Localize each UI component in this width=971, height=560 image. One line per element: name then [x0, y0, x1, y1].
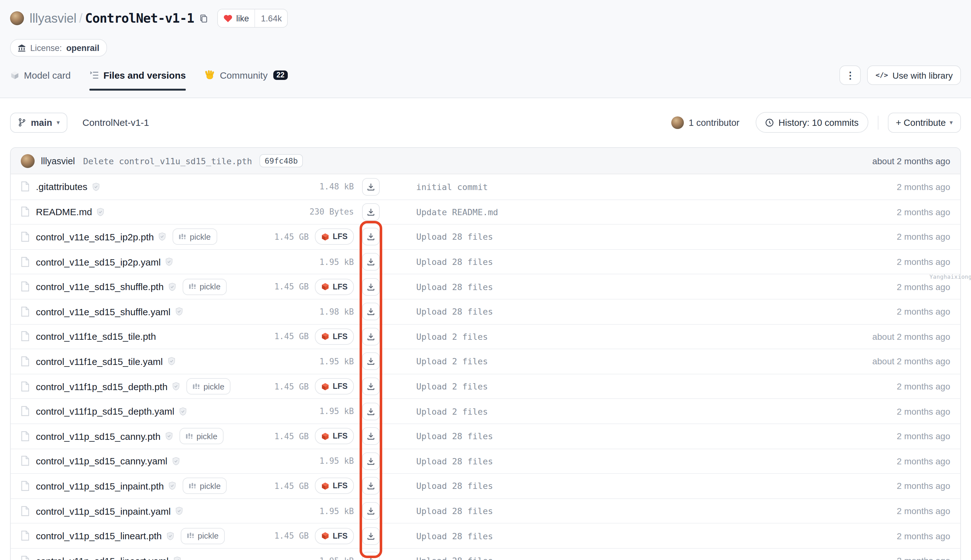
download-button[interactable]	[362, 552, 380, 560]
commit-message-link[interactable]: Upload 2 files	[416, 406, 488, 416]
watermark: Yanghaixiong.com	[929, 274, 971, 280]
download-button[interactable]	[362, 203, 380, 221]
tab-community[interactable]: Community 22	[205, 60, 287, 90]
file-name-link[interactable]: control_v11e_sd15_shuffle.pth	[36, 281, 164, 292]
like-count[interactable]: 1.64k	[255, 10, 287, 27]
commit-message-link[interactable]: Upload 28 files	[416, 232, 493, 242]
shield-check-icon[interactable]	[175, 307, 183, 316]
file-name-link[interactable]: control_v11p_sd15_lineart.pth	[36, 530, 162, 541]
download-button[interactable]	[362, 353, 380, 370]
commit-message-link[interactable]: Update README.md	[416, 207, 498, 217]
download-button[interactable]	[362, 427, 380, 445]
file-name-link[interactable]: control_v11e_sd15_shuffle.yaml	[36, 307, 170, 317]
download-button[interactable]	[362, 452, 380, 470]
file-name-link[interactable]: control_v11p_sd15_canny.pth	[36, 431, 160, 442]
shield-check-icon[interactable]	[159, 232, 167, 241]
file-name-link[interactable]: control_v11e_sd15_ip2p.yaml	[36, 257, 160, 267]
download-button[interactable]	[362, 328, 380, 345]
file-name-link[interactable]: control_v11p_sd15_lineart.yaml	[36, 555, 169, 560]
commit-message-link[interactable]: Upload 28 files	[416, 456, 493, 466]
file-name-link[interactable]: control_v11p_sd15_inpaint.yaml	[36, 505, 170, 516]
shield-check-icon[interactable]	[172, 382, 180, 391]
file-name-link[interactable]: control_v11f1p_sd15_depth.pth	[36, 381, 167, 392]
tab-files-and-versions[interactable]: Files and versions	[89, 60, 186, 90]
copy-repo-name-icon[interactable]	[199, 13, 209, 23]
commit-message-link[interactable]: Upload 28 files	[416, 282, 493, 292]
download-button[interactable]	[362, 502, 380, 520]
file-name-link[interactable]: control_v11f1p_sd15_depth.yaml	[36, 406, 174, 417]
lfs-cube-icon	[321, 532, 330, 540]
download-button[interactable]	[362, 527, 380, 545]
download-button[interactable]	[362, 378, 380, 395]
download-button[interactable]	[362, 477, 380, 495]
download-button[interactable]	[362, 228, 380, 246]
file-row: control_v11f1e_sd15_tile.pth1.45 GBLFSUp…	[11, 324, 960, 348]
pickle-badge[interactable]: pickle	[182, 278, 227, 295]
file-name-link[interactable]: .gitattributes	[36, 182, 87, 192]
shield-check-icon[interactable]	[165, 432, 173, 440]
shield-check-icon[interactable]	[165, 257, 173, 266]
shield-check-icon[interactable]	[92, 182, 100, 191]
download-button[interactable]	[362, 278, 380, 295]
contribute-button[interactable]: + Contribute ▾	[887, 112, 961, 132]
pickle-badge[interactable]: pickle	[181, 528, 225, 544]
commit-message-link[interactable]: Upload 28 files	[416, 556, 493, 560]
tab-model-card[interactable]: Model card	[10, 60, 70, 90]
cube-icon	[10, 70, 20, 80]
file-name-link[interactable]: control_v11e_sd15_ip2p.pth	[36, 232, 154, 242]
license-badge[interactable]: License: openrail	[10, 39, 107, 57]
download-icon	[366, 556, 375, 560]
shield-check-icon[interactable]	[167, 357, 175, 366]
download-button[interactable]	[362, 402, 380, 420]
file-name-link[interactable]: control_v11f1e_sd15_tile.yaml	[36, 356, 163, 367]
branch-selector[interactable]: main ▾	[10, 112, 67, 132]
file-name-link[interactable]: control_v11p_sd15_inpaint.pth	[36, 481, 164, 492]
download-button[interactable]	[362, 303, 380, 321]
shield-check-icon[interactable]	[179, 407, 187, 416]
file-name-link[interactable]: control_v11f1e_sd15_tile.pth	[36, 331, 156, 342]
pickle-badge[interactable]: pickle	[173, 229, 217, 245]
commit-message-link[interactable]: Upload 2 files	[416, 332, 488, 342]
shield-check-icon[interactable]	[175, 507, 183, 515]
shield-check-icon[interactable]	[168, 282, 176, 291]
commit-message-link[interactable]: Upload 28 files	[416, 307, 493, 317]
heart-icon	[224, 14, 232, 22]
pickle-badge[interactable]: pickle	[182, 478, 227, 494]
commit-message[interactable]: Delete control_v11u_sd15_tile.pth	[83, 156, 252, 166]
breadcrumb[interactable]: ControlNet-v1-1	[82, 117, 149, 128]
like-button[interactable]: like	[218, 10, 255, 27]
file-name-link[interactable]: README.md	[36, 207, 92, 217]
use-with-library-button[interactable]: </> Use with library	[867, 65, 961, 85]
contributors[interactable]: 1 contributor	[671, 116, 739, 129]
pickle-label: pickle	[190, 232, 211, 242]
commit-message-link[interactable]: initial commit	[416, 182, 488, 192]
owner-avatar[interactable]	[10, 11, 24, 25]
shield-check-icon[interactable]	[168, 482, 176, 490]
file-name-link[interactable]: control_v11p_sd15_canny.yaml	[36, 456, 167, 467]
commit-message-link[interactable]: Upload 2 files	[416, 357, 488, 367]
download-button[interactable]	[362, 253, 380, 270]
download-button[interactable]	[362, 178, 380, 196]
shield-check-icon[interactable]	[172, 457, 180, 466]
file-icon	[21, 207, 30, 217]
commit-message-link[interactable]: Upload 28 files	[416, 431, 493, 441]
pickle-badge[interactable]: pickle	[179, 428, 224, 444]
commit-message-link[interactable]: Upload 28 files	[416, 257, 493, 267]
commit-message-link[interactable]: Upload 28 files	[416, 481, 493, 491]
owner-link[interactable]: lllyasviel	[30, 11, 77, 25]
pickle-badge[interactable]: pickle	[186, 378, 231, 395]
more-options-button[interactable]: ⋮	[840, 65, 861, 85]
shield-check-icon[interactable]	[166, 532, 174, 540]
commit-hash-badge[interactable]: 69fc48b	[259, 154, 302, 167]
commit-message-link[interactable]: Upload 28 files	[416, 506, 493, 516]
shield-check-icon[interactable]	[173, 556, 181, 560]
file-row: control_v11f1p_sd15_depth.pthpickle1.45 …	[11, 374, 960, 398]
commit-author-avatar[interactable]	[21, 154, 35, 168]
commit-author[interactable]: lllyasviel	[41, 156, 75, 166]
commit-message-link[interactable]: Upload 28 files	[416, 531, 493, 541]
history-button[interactable]: History: 10 commits	[756, 112, 868, 133]
repo-name[interactable]: ControlNet-v1-1	[85, 11, 194, 26]
file-size: 1.95 kB	[319, 257, 354, 267]
commit-message-link[interactable]: Upload 2 files	[416, 381, 488, 392]
shield-check-icon[interactable]	[96, 208, 105, 217]
